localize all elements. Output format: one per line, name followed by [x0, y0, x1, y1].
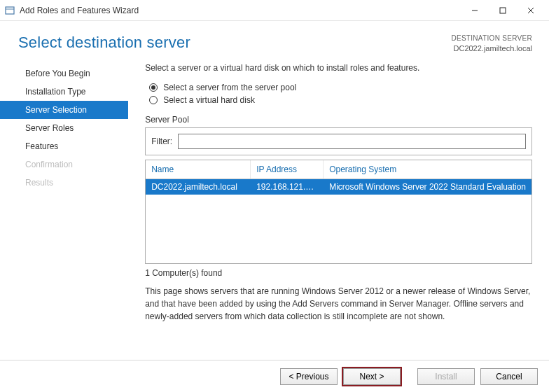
- cancel-button[interactable]: Cancel: [480, 368, 538, 385]
- nav-item-server-roles[interactable]: Server Roles: [0, 119, 128, 137]
- server-pool-box: Filter:: [145, 127, 532, 155]
- radio-icon: [149, 96, 158, 104]
- col-ip[interactable]: IP Address: [251, 160, 324, 178]
- nav-item-installation-type[interactable]: Installation Type: [0, 83, 128, 101]
- radio-label: Select a virtual hard disk: [163, 95, 255, 105]
- svg-rect-0: [6, 7, 14, 14]
- page-title: Select destination server: [18, 34, 190, 52]
- close-button[interactable]: [517, 1, 545, 20]
- wizard-nav: Before You BeginInstallation TypeServer …: [0, 60, 128, 382]
- window-title: Add Roles and Features Wizard: [20, 6, 139, 15]
- server-pool-label: Server Pool: [145, 115, 532, 125]
- radio-virtual-disk[interactable]: Select a virtual hard disk: [149, 95, 532, 105]
- description-text: This page shows servers that are running…: [145, 285, 532, 323]
- titlebar[interactable]: Add Roles and Features Wizard: [0, 0, 549, 21]
- content-area: Select a server or a virtual hard disk o…: [128, 60, 549, 382]
- server-grid: Name IP Address Operating System DC2022.…: [145, 160, 532, 264]
- header: Select destination server DESTINATION SE…: [0, 21, 549, 60]
- next-button[interactable]: Next >: [343, 368, 401, 385]
- svg-rect-3: [500, 8, 506, 13]
- install-button[interactable]: Install: [417, 368, 475, 385]
- nav-item-server-selection[interactable]: Server Selection: [0, 101, 128, 119]
- found-count: 1 Computer(s) found: [145, 268, 532, 278]
- cell-os: Microsoft Windows Server 2022 Standard E…: [324, 179, 531, 195]
- footer: < Previous Next > Install Cancel: [0, 360, 549, 392]
- destination-info: DESTINATION SERVER DC2022.jamiltech.loca…: [451, 34, 532, 53]
- filter-label: Filter:: [151, 136, 172, 146]
- minimize-button[interactable]: [461, 1, 489, 20]
- nav-item-features[interactable]: Features: [0, 137, 128, 155]
- col-os[interactable]: Operating System: [324, 160, 531, 178]
- previous-button[interactable]: < Previous: [280, 368, 338, 385]
- nav-item-confirmation: Confirmation: [0, 155, 128, 174]
- col-name[interactable]: Name: [146, 160, 251, 178]
- destination-value: DC2022.jamiltech.local: [451, 43, 532, 54]
- destination-label: DESTINATION SERVER: [451, 34, 532, 43]
- radio-server-pool[interactable]: Select a server from the server pool: [149, 83, 532, 92]
- table-row[interactable]: DC2022.jamiltech.local192.168.121.200Mic…: [146, 179, 531, 195]
- filter-input[interactable]: [178, 134, 526, 149]
- nav-item-before-you-begin[interactable]: Before You Begin: [0, 64, 128, 83]
- app-icon: [4, 5, 15, 16]
- nav-item-results: Results: [0, 174, 128, 192]
- maximize-button[interactable]: [489, 1, 517, 20]
- radio-label: Select a server from the server pool: [163, 83, 296, 92]
- grid-header: Name IP Address Operating System: [146, 160, 531, 179]
- grid-body: DC2022.jamiltech.local192.168.121.200Mic…: [146, 179, 531, 263]
- radio-icon: [149, 83, 158, 92]
- cell-name: DC2022.jamiltech.local: [146, 179, 251, 195]
- cell-ip: 192.168.121.200: [251, 179, 324, 195]
- intro-text: Select a server or a virtual hard disk o…: [145, 63, 532, 73]
